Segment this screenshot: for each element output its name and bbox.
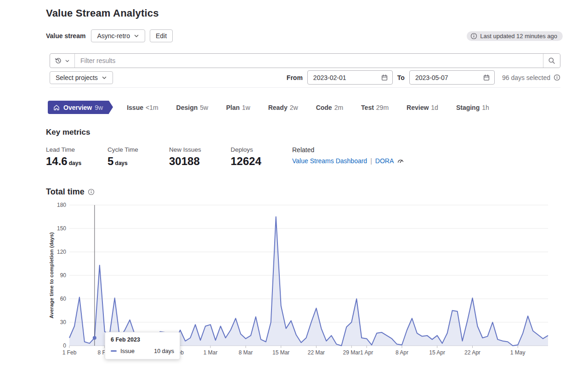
stage-tab-overview[interactable]: Overview9w <box>48 101 109 114</box>
filter-row-projects-dates: Select projects From To 96 <box>50 70 560 85</box>
from-date-field <box>307 70 393 85</box>
value-stream-selected: Async-retro <box>97 32 130 40</box>
value-stream-label: Value stream <box>46 32 85 40</box>
to-date-field <box>409 70 495 85</box>
stage-tab-staging[interactable]: Staging1h <box>456 104 489 111</box>
metric-value: 14.6days <box>46 155 107 168</box>
series-area-issue <box>69 217 548 346</box>
stage-name: Issue <box>127 104 143 111</box>
svg-text:1 Mar: 1 Mar <box>204 349 218 356</box>
y-axis-title: Average time to completion (days) <box>49 232 54 319</box>
value-stream-toolbar: Value stream Async-retro Edit Last updat… <box>46 29 563 42</box>
tooltip-series-name: Issue <box>120 348 135 354</box>
stage-duration: 1h <box>482 104 489 111</box>
days-selected-label: 96 days selected <box>502 74 550 81</box>
metric-cycle-time: Cycle Time5days <box>107 146 169 168</box>
svg-text:22 Mar: 22 Mar <box>308 349 325 356</box>
stage-nav: Overview9wIssue<1mDesign5wPlan1wReady2wC… <box>48 101 563 114</box>
value-stream-analytics-page: Value Stream Analytics Value stream Asyn… <box>0 0 588 365</box>
history-icon <box>55 57 62 64</box>
link-dora[interactable]: DORA <box>375 157 394 165</box>
stage-duration: 1w <box>242 104 250 111</box>
metric-lead-time: Lead Time14.6days <box>46 146 107 168</box>
svg-text:180: 180 <box>57 202 66 208</box>
stage-tab-issue[interactable]: Issue<1m <box>127 104 158 111</box>
filter-history-dropdown[interactable] <box>50 54 75 68</box>
metric-value: 5days <box>107 155 169 168</box>
chevron-down-icon <box>102 75 107 80</box>
info-icon[interactable] <box>88 188 95 195</box>
svg-text:150: 150 <box>57 225 66 232</box>
filter-searchbar <box>50 53 560 68</box>
svg-text:0: 0 <box>63 342 66 349</box>
key-metrics-heading: Key metrics <box>46 128 563 137</box>
svg-text:8 Apr: 8 Apr <box>396 349 408 356</box>
stage-duration: <1m <box>146 104 158 111</box>
metric-label: Cycle Time <box>107 146 169 153</box>
stage-name: Code <box>316 104 332 111</box>
stage-duration: 5w <box>200 104 208 111</box>
days-selected-text: 96 days selected <box>502 74 560 81</box>
metric-value: 30188 <box>169 155 230 168</box>
link-value-streams-dashboard[interactable]: Value Streams Dashboard <box>292 157 367 165</box>
edit-button-label: Edit <box>156 32 167 40</box>
stage-name: Test <box>361 104 374 111</box>
stage-duration: 29m <box>376 104 389 111</box>
tooltip-date: 6 Feb 2023 <box>111 336 174 343</box>
page-title: Value Stream Analytics <box>46 7 563 19</box>
stage-tab-design[interactable]: Design5w <box>176 104 209 111</box>
chevron-down-icon <box>134 33 139 39</box>
related-block: RelatedValue Streams Dashboard|DORA <box>292 146 404 168</box>
edit-button[interactable]: Edit <box>150 29 173 42</box>
info-icon <box>470 33 477 40</box>
search-button[interactable] <box>543 54 560 68</box>
stage-name: Design <box>176 104 198 111</box>
svg-text:1 Feb: 1 Feb <box>62 349 77 356</box>
metric-label: Deploys <box>231 146 292 153</box>
metric-new-issues: New Issues30188 <box>169 146 230 168</box>
related-label: Related <box>292 146 404 154</box>
svg-text:60: 60 <box>60 296 67 302</box>
metric-value: 12624 <box>231 155 292 168</box>
metric-label: New Issues <box>169 146 230 153</box>
stage-tab-test[interactable]: Test29m <box>361 104 389 111</box>
stage-name: Staging <box>456 104 480 111</box>
select-projects-dropdown[interactable]: Select projects <box>50 71 113 84</box>
svg-text:1 May: 1 May <box>510 349 526 356</box>
stage-name: Overview <box>63 104 92 111</box>
stage-duration: 2m <box>334 104 343 111</box>
svg-text:90: 90 <box>60 272 67 279</box>
calendar-icon <box>483 74 490 81</box>
dashboard-gauge-icon <box>397 157 404 165</box>
svg-text:8 Mar: 8 Mar <box>239 349 253 356</box>
metric-label: Lead Time <box>46 146 107 153</box>
last-updated-text: Last updated 12 minutes ago <box>480 33 557 40</box>
from-label: From <box>287 74 303 81</box>
tooltip-series-marker <box>111 350 117 352</box>
svg-text:15 Mar: 15 Mar <box>272 349 289 356</box>
key-metrics-row: Lead Time14.6daysCycle Time5daysNew Issu… <box>46 146 563 168</box>
svg-text:22 Apr: 22 Apr <box>464 349 481 356</box>
last-updated-badge: Last updated 12 minutes ago <box>467 31 563 41</box>
select-projects-label: Select projects <box>56 74 98 81</box>
value-stream-dropdown[interactable]: Async-retro <box>91 29 145 42</box>
metric-deploys: Deploys12624 <box>231 146 292 168</box>
filter-results-input[interactable] <box>75 54 543 68</box>
svg-text:29 Mar: 29 Mar <box>343 349 360 356</box>
info-icon[interactable] <box>554 74 560 81</box>
stage-duration: 1d <box>431 104 438 111</box>
stage-tab-code[interactable]: Code2m <box>316 104 343 111</box>
tooltip-value: 10 days <box>154 348 174 354</box>
svg-text:30: 30 <box>60 319 67 325</box>
to-date-input[interactable] <box>411 74 483 81</box>
stage-tab-ready[interactable]: Ready2w <box>268 104 298 111</box>
related-links: Value Streams Dashboard|DORA <box>292 157 404 165</box>
stage-tab-plan[interactable]: Plan1w <box>226 104 250 111</box>
stage-tab-review[interactable]: Review1d <box>407 104 438 111</box>
stage-name: Ready <box>268 104 288 111</box>
total-time-chart: 0306090120150180Average time to completi… <box>47 201 563 365</box>
total-time-label: Total time <box>46 187 85 197</box>
metric-unit: days <box>115 160 127 166</box>
from-date-input[interactable] <box>309 74 381 81</box>
svg-text:1 Apr: 1 Apr <box>360 349 373 356</box>
